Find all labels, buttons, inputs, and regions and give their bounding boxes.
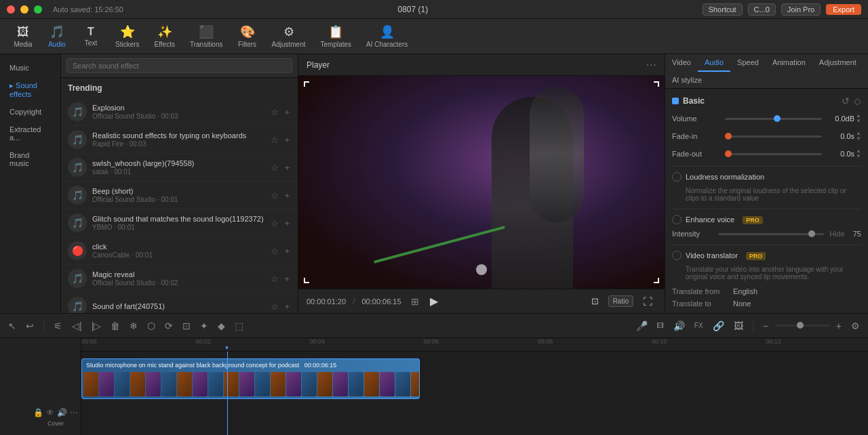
tl-ai[interactable]: ✦: [197, 319, 211, 333]
fullscreen-button[interactable]: ⛶: [639, 295, 656, 308]
traffic-light-red[interactable]: [7, 5, 15, 14]
fade-in-slider[interactable]: [725, 136, 822, 138]
volume-down[interactable]: ▼: [856, 119, 861, 124]
join-pro-button[interactable]: Join Pro: [781, 3, 821, 16]
sound-add-5[interactable]: +: [283, 217, 291, 230]
tool-ai-characters[interactable]: 👤 AI Characters: [359, 22, 414, 51]
video-translator-checkbox[interactable]: [672, 251, 682, 260]
sound-star-6[interactable]: ☆: [269, 245, 280, 257]
tl-video-track[interactable]: 🎞: [654, 320, 667, 331]
tl-trim-left[interactable]: ◁|: [69, 319, 85, 333]
tab-speed[interactable]: Speed: [730, 54, 766, 72]
video-track[interactable]: Studio microphone on mic stand against b…: [81, 358, 420, 399]
tl-fx[interactable]: FX: [692, 320, 706, 331]
sound-item-2[interactable]: 🎵 Realistic sound effects for typing on …: [61, 126, 298, 154]
tl-link[interactable]: 🔗: [710, 319, 727, 333]
sound-star-7[interactable]: ☆: [269, 272, 280, 285]
sound-star-4[interactable]: ☆: [269, 189, 280, 202]
tl-mic[interactable]: 🎤: [633, 319, 650, 333]
tl-mask[interactable]: ⬚: [232, 319, 246, 333]
tool-effects[interactable]: ✨ Effects: [148, 22, 182, 51]
sound-star-8[interactable]: ☆: [269, 300, 280, 313]
tl-freeze[interactable]: ❄: [127, 319, 140, 333]
tool-filters[interactable]: 🎨 Filters: [231, 22, 264, 51]
tl-trim-right[interactable]: |▷: [89, 319, 104, 333]
sound-item-7[interactable]: 🎵 Magic reveal Official Sound Studio · 0…: [61, 265, 298, 293]
sound-add-8[interactable]: +: [283, 300, 291, 313]
tool-transitions[interactable]: ⬛ Transitions: [183, 22, 230, 51]
volume-stepper[interactable]: ▲ ▼: [856, 113, 861, 124]
tl-delete[interactable]: 🗑: [108, 319, 123, 333]
tool-audio[interactable]: 🎵 Audio: [41, 22, 73, 51]
volume-slider[interactable]: [725, 118, 822, 120]
sound-item-3[interactable]: 🎵 swlsh_whoosh (large)(794558) satak · 0…: [61, 154, 298, 182]
export-button[interactable]: Export: [826, 4, 861, 15]
sound-add-2[interactable]: +: [283, 133, 291, 146]
tab-animation[interactable]: Animation: [766, 54, 812, 72]
tl-split[interactable]: ⚟: [51, 319, 65, 333]
tl-audio-track[interactable]: 🔊: [671, 319, 688, 333]
tab-adjustment[interactable]: Adjustment: [812, 54, 863, 72]
sidebar-item-brand-music[interactable]: Brand music: [3, 147, 58, 171]
traffic-light-green[interactable]: [34, 5, 42, 14]
sound-item-5[interactable]: 🎵 Glitch sound that matches the sound lo…: [61, 209, 298, 237]
enhance-voice-checkbox[interactable]: [672, 215, 682, 224]
ratio-button[interactable]: Ratio: [608, 295, 633, 307]
tl-image-track[interactable]: 🖼: [731, 319, 746, 333]
track-eye[interactable]: 👁: [46, 408, 54, 417]
shortcut-button[interactable]: Shortcut: [703, 3, 743, 16]
fullscreen-preview-button[interactable]: ⊡: [587, 295, 603, 308]
intensity-slider[interactable]: [718, 233, 824, 235]
sound-item-4[interactable]: 🎵 Beep (short) Official Sound Studio · 0…: [61, 182, 298, 209]
sound-add-7[interactable]: +: [283, 272, 291, 285]
fade-in-stepper[interactable]: ▲ ▼: [856, 131, 861, 142]
traffic-light-yellow[interactable]: [20, 5, 28, 14]
tab-video[interactable]: Video: [665, 54, 698, 72]
sound-star-5[interactable]: ☆: [269, 217, 280, 230]
copy-button[interactable]: ◇: [854, 96, 861, 106]
track-audio[interactable]: 🔊: [57, 408, 67, 417]
tl-zoom-slider[interactable]: [775, 325, 829, 327]
fade-in-down[interactable]: ▼: [856, 136, 861, 142]
fade-out-down[interactable]: ▼: [856, 154, 861, 159]
sound-add-6[interactable]: +: [283, 245, 291, 257]
tl-mirror[interactable]: ⬡: [144, 319, 158, 333]
sound-item-6[interactable]: 🔴 click CanonCable · 00:01 ☆ +: [61, 237, 298, 265]
sidebar-item-extracted[interactable]: Extracted a...: [3, 121, 58, 146]
sound-star-1[interactable]: ☆: [269, 106, 280, 119]
tool-media[interactable]: 🖼 Media: [7, 22, 39, 51]
tab-ai-stylize[interactable]: AI stylize: [665, 72, 709, 88]
player-close-icon[interactable]: ⋯: [646, 58, 656, 71]
hide-button[interactable]: Hide: [829, 230, 845, 238]
fade-out-stepper[interactable]: ▲ ▼: [856, 148, 861, 159]
track-more[interactable]: ⋯: [70, 408, 78, 417]
track-lock[interactable]: 🔒: [33, 408, 43, 417]
tl-cursor-tool[interactable]: ↖: [5, 319, 19, 333]
sound-add-3[interactable]: +: [283, 161, 291, 174]
tl-undo[interactable]: ↩: [23, 319, 37, 333]
tool-stickers[interactable]: ⭐ Stickers: [108, 22, 146, 51]
sidebar-item-music[interactable]: Music: [3, 60, 58, 76]
user-button[interactable]: C...0: [748, 3, 776, 16]
reset-button[interactable]: ↺: [842, 96, 850, 106]
tool-templates[interactable]: 📋 Templates: [314, 22, 359, 51]
sound-star-3[interactable]: ☆: [269, 161, 280, 174]
tl-settings[interactable]: ⚙: [848, 319, 863, 333]
search-input[interactable]: [66, 58, 292, 73]
fade-out-slider[interactable]: [725, 153, 822, 155]
tl-crop[interactable]: ⊡: [180, 319, 193, 333]
sound-item-1[interactable]: 🎵 Explosion Official Sound Studio · 00:0…: [61, 98, 298, 126]
sidebar-item-copyright[interactable]: Copyright: [3, 104, 58, 120]
sound-star-2[interactable]: ☆: [269, 133, 280, 146]
sound-item-8[interactable]: 🎵 Sound of fart(240751) ☆ +: [61, 293, 298, 313]
sound-add-1[interactable]: +: [283, 106, 291, 119]
play-button[interactable]: ▶: [426, 293, 442, 309]
tool-adjustment[interactable]: ⚙ Adjustment: [265, 22, 313, 51]
tl-loop[interactable]: ⟳: [162, 319, 176, 333]
tab-audio[interactable]: Audio: [698, 54, 730, 72]
loudness-checkbox[interactable]: [672, 172, 682, 182]
tl-zoom-out[interactable]: −: [760, 319, 771, 333]
tl-keyframe[interactable]: ◆: [215, 319, 228, 333]
tl-zoom-in[interactable]: +: [833, 319, 844, 333]
sound-add-4[interactable]: +: [283, 189, 291, 202]
